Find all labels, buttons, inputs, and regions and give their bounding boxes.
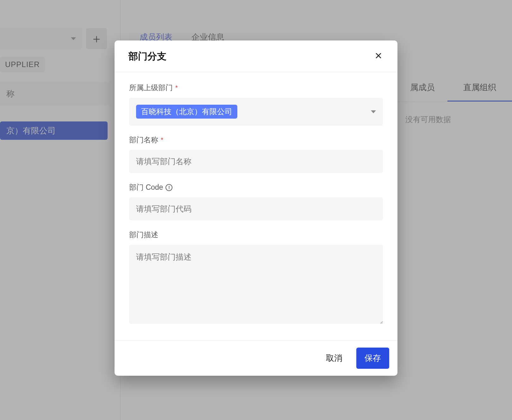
info-icon[interactable]: !	[165, 184, 172, 191]
modal-body: 所属上级部门 * 百晓科技（北京）有限公司 部门名称 * 部门 Co	[115, 72, 397, 340]
label-text: 部门描述	[129, 230, 158, 240]
modal-footer: 取消 保存	[115, 340, 397, 376]
department-branch-modal: 部门分支 所属上级部门 * 百晓科技（北京）有限公司 部门名称	[115, 40, 397, 376]
field-dept-desc: 部门描述	[129, 230, 383, 325]
required-indicator: *	[161, 136, 163, 144]
dept-code-input[interactable]	[129, 197, 383, 220]
modal-overlay: 部门分支 所属上级部门 * 百晓科技（北京）有限公司 部门名称	[0, 0, 512, 420]
required-indicator: *	[175, 84, 178, 91]
dept-desc-textarea[interactable]	[129, 245, 383, 324]
modal-header: 部门分支	[115, 40, 397, 72]
field-parent-dept: 所属上级部门 * 百晓科技（北京）有限公司	[129, 83, 383, 126]
label-dept-desc: 部门描述	[129, 230, 383, 240]
close-icon	[375, 52, 382, 59]
selected-parent-chip[interactable]: 百晓科技（北京）有限公司	[136, 105, 237, 119]
close-button[interactable]	[373, 51, 384, 62]
field-dept-name: 部门名称 *	[129, 135, 383, 173]
parent-dept-select[interactable]: 百晓科技（北京）有限公司	[129, 98, 383, 126]
label-text: 部门名称	[129, 135, 158, 145]
label-dept-name: 部门名称 *	[129, 135, 383, 145]
modal-title: 部门分支	[128, 50, 166, 63]
label-dept-code: 部门 Code !	[129, 182, 383, 192]
field-dept-code: 部门 Code !	[129, 182, 383, 220]
label-parent-dept: 所属上级部门 *	[129, 83, 383, 93]
dept-name-input[interactable]	[129, 150, 383, 173]
label-text: 部门 Code	[129, 182, 163, 192]
save-button[interactable]: 保存	[356, 348, 389, 369]
cancel-button[interactable]: 取消	[318, 348, 351, 369]
chevron-down-icon	[371, 110, 376, 113]
label-text: 所属上级部门	[129, 83, 173, 93]
